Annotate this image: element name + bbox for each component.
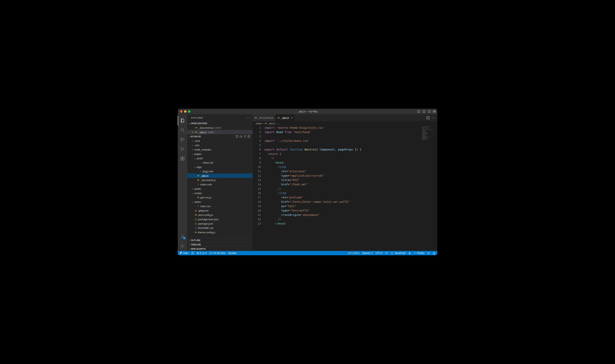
- section-timeline[interactable]: › TIMELINE: [187, 242, 253, 247]
- folder-item[interactable]: ⌄scripts: [187, 191, 253, 195]
- new-file-icon[interactable]: [236, 135, 238, 138]
- status-problems[interactable]: 0 0: [197, 252, 207, 255]
- status-prettier[interactable]: Prettier: [414, 252, 425, 255]
- status-encoding[interactable]: UTF-8: [376, 252, 382, 255]
- minimap[interactable]: [421, 126, 437, 251]
- status-quokka[interactable]: Quokka: [228, 252, 236, 255]
- file-item[interactable]: #main.css: [187, 204, 253, 208]
- activity-settings[interactable]: [178, 241, 187, 251]
- file-label: main.css: [200, 205, 210, 208]
- file-item[interactable]: JSnext.config.js: [187, 213, 253, 217]
- split-editor-icon[interactable]: [426, 116, 430, 119]
- folder-item[interactable]: ›.next: [187, 139, 253, 143]
- panel-layout-icon[interactable]: [418, 110, 420, 113]
- file-item[interactable]: ≡index.mdx: [187, 182, 253, 187]
- line-gutter: 1234567891011121314151617181920212223: [253, 126, 264, 251]
- svg-point-13: [181, 140, 182, 141]
- window-close-icon[interactable]: [180, 110, 183, 113]
- file-desc: pages: [208, 131, 214, 133]
- activity-bar: 1: [178, 114, 187, 251]
- editor-body[interactable]: 1234567891011121314151617181920212223 im…: [253, 126, 437, 251]
- code-content[interactable]: import 'nextra-theme-blog/style.css'impo…: [264, 126, 437, 251]
- section-project[interactable]: ⌄ MY-BLOG: [187, 134, 253, 139]
- svg-point-27: [180, 253, 181, 254]
- js-icon: JS: [255, 117, 257, 119]
- sidebar: EXPLORER ⋯ ⌄ OPEN EDITORS JS_document.js…: [187, 114, 253, 251]
- activity-debug[interactable]: [178, 144, 187, 154]
- panel-bottom-icon[interactable]: [423, 110, 425, 113]
- status-tabnine[interactable]: [408, 252, 411, 255]
- breadcrumb-seg[interactable]: pages: [256, 122, 262, 125]
- breadcrumb-seg[interactable]: ...: [278, 122, 280, 125]
- folder-item[interactable]: ›public: [187, 187, 253, 191]
- folder-label: .next: [194, 139, 200, 143]
- activity-explorer[interactable]: [178, 116, 187, 125]
- file-item[interactable]: {}package-lock.json: [187, 217, 253, 221]
- folder-item[interactable]: ›node_modules: [187, 147, 253, 152]
- open-editor-item[interactable]: JS_document.jspages: [187, 126, 253, 130]
- editor-tab[interactable]: JS_document.js: [253, 114, 275, 121]
- debug-icon: [180, 147, 185, 152]
- status-cursor[interactable]: Ln 1, Col 1: [348, 252, 359, 255]
- chevron-down-icon: ⌄: [188, 122, 191, 125]
- section-npm-scripts[interactable]: › NPM SCRIPTS: [187, 247, 253, 251]
- status-eol[interactable]: LF: [385, 252, 388, 255]
- section-outline[interactable]: › OUTLINE: [187, 238, 253, 242]
- folder-item[interactable]: ⌄styles: [187, 200, 253, 204]
- folder-item[interactable]: ›.swc: [187, 143, 253, 147]
- collapse-icon[interactable]: [248, 135, 250, 138]
- clock-icon: [209, 252, 212, 254]
- chevron-icon: ›: [191, 148, 194, 151]
- editor-more-icon[interactable]: ⋯: [432, 116, 435, 119]
- folder-label: public: [194, 187, 201, 190]
- svg-rect-7: [434, 111, 435, 111]
- sidebar-more-icon[interactable]: ⋯: [247, 116, 249, 119]
- titlebar-actions: [418, 110, 436, 113]
- activity-extensions[interactable]: [178, 154, 187, 163]
- activity-accounts[interactable]: 1: [178, 232, 187, 241]
- folder-item[interactable]: ⌄tags: [187, 165, 253, 169]
- status-feedback[interactable]: [427, 252, 430, 255]
- svg-point-20: [182, 235, 183, 237]
- status-time[interactable]: 1 hr 42 mins: [209, 252, 225, 255]
- folder-item[interactable]: ⌄pages: [187, 152, 253, 156]
- status-sync[interactable]: [191, 252, 194, 255]
- panel-right-icon[interactable]: [428, 110, 431, 113]
- status-notifications[interactable]: [433, 252, 435, 255]
- open-editor-item[interactable]: ×JS_app.jspages: [187, 130, 253, 134]
- file-item[interactable]: JStheme.config.js: [187, 230, 253, 234]
- section-open-editors[interactable]: ⌄ OPEN EDITORS: [187, 121, 253, 126]
- chevron-icon: ›: [191, 139, 194, 142]
- customize-layout-icon[interactable]: [433, 110, 436, 113]
- file-item[interactable]: JSgen-rss.js: [187, 195, 253, 200]
- activity-search[interactable]: [178, 125, 187, 135]
- breadcrumb-seg[interactable]: _app.js: [268, 122, 275, 125]
- sidebar-title: EXPLORER: [191, 117, 203, 119]
- file-item[interactable]: ↓index.md: [187, 160, 253, 165]
- window-maximize-icon[interactable]: [188, 110, 190, 113]
- breadcrumb[interactable]: pages › JS _app.js › ...: [253, 121, 437, 126]
- status-language[interactable]: { }JavaScript: [391, 252, 406, 255]
- status-branch[interactable]: main: [180, 252, 188, 255]
- window-minimize-icon[interactable]: [184, 110, 186, 113]
- file-item[interactable]: {}package.json: [187, 221, 253, 226]
- file-item[interactable]: ◆.gitignore: [187, 208, 253, 213]
- chevron-icon: ⌄: [194, 157, 196, 160]
- activity-scm[interactable]: [178, 135, 187, 144]
- close-icon[interactable]: ×: [191, 131, 194, 134]
- file-item[interactable]: ≡[tag].mdx: [187, 169, 253, 173]
- file-item[interactable]: JS_app.js: [187, 173, 253, 178]
- file-item[interactable]: ⓘREADME.md: [187, 226, 253, 230]
- status-bar: main 0 0 1 hr 42 mins Quokka Ln 1, Col 1…: [178, 251, 437, 255]
- chevron-icon: ›: [191, 144, 194, 146]
- file-item[interactable]: JS_document.js: [187, 178, 253, 182]
- folder-label: pages: [194, 153, 201, 156]
- editor-tab[interactable]: JS_app.js×: [275, 114, 295, 121]
- svg-rect-9: [434, 112, 435, 113]
- close-icon[interactable]: ×: [291, 116, 293, 119]
- new-folder-icon[interactable]: [239, 135, 242, 138]
- svg-rect-19: [183, 157, 184, 158]
- folder-item[interactable]: ⌄posts: [187, 156, 253, 160]
- status-spaces[interactable]: Spaces: 2: [362, 252, 373, 255]
- refresh-icon[interactable]: [244, 135, 246, 138]
